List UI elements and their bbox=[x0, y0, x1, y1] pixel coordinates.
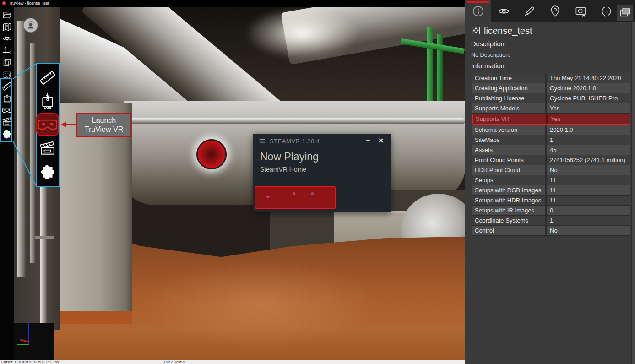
properties-panel: license_test Description No Description.… bbox=[465, 0, 635, 364]
sitemap-icon bbox=[2, 22, 12, 32]
info-icon bbox=[472, 5, 484, 17]
minimize-button[interactable]: – bbox=[366, 136, 370, 144]
info-row-label: Control bbox=[472, 226, 547, 235]
steamvr-window[interactable]: STEAMVR 1.20.4 – ✕ Now Playing SteamVR H… bbox=[253, 134, 391, 212]
info-row: Publishing LicenseCyclone PUBLISHER Pro bbox=[472, 93, 630, 103]
sitemap-title: license_test bbox=[484, 26, 532, 36]
info-row-label: Coordinate Systems bbox=[472, 216, 547, 225]
tab-visibility[interactable] bbox=[491, 0, 516, 22]
info-row-value: Cyclone PUBLISHER Pro bbox=[547, 93, 630, 103]
tab-markup[interactable] bbox=[516, 0, 542, 22]
truview-logo-icon bbox=[2, 1, 6, 5]
scene-column-base bbox=[60, 311, 132, 324]
coordinate-axes-icon bbox=[2, 46, 12, 55]
status-bar: Cursor: X: 0.819 Y: 12.580 Z: 1.169 UCS:… bbox=[0, 360, 465, 364]
launch-truview-vr-button[interactable] bbox=[36, 113, 59, 136]
panels-button[interactable] bbox=[617, 5, 633, 21]
info-row-label: HDR Point Cloud bbox=[472, 165, 547, 175]
panels-icon bbox=[619, 7, 631, 19]
info-row: HDR Point CloudNo bbox=[472, 165, 630, 175]
plugins-button[interactable] bbox=[37, 161, 58, 182]
steamvr-titlebar[interactable]: STEAMVR 1.20.4 bbox=[253, 134, 391, 148]
model-cube-icon bbox=[2, 58, 12, 67]
coordinate-axes-button[interactable] bbox=[1, 44, 13, 56]
panel-scrollbar[interactable] bbox=[631, 22, 635, 364]
info-row-label: Setups with RGB Images bbox=[472, 185, 547, 195]
info-row-label: Setups with HDR Images bbox=[472, 196, 547, 205]
left-toolbar: LGS bbox=[0, 7, 14, 360]
info-row-value: Yes bbox=[548, 114, 630, 124]
info-row: Setups with IR Images0 bbox=[472, 206, 630, 215]
measure-button[interactable] bbox=[37, 67, 58, 88]
scene-shadow-corner bbox=[14, 323, 54, 360]
setup-location-marker[interactable] bbox=[196, 139, 227, 169]
information-table: Creation TimeThu May 21 14:40:22 2020Cre… bbox=[472, 73, 630, 236]
open-project-icon bbox=[2, 10, 12, 20]
launch-truview-vr-icon bbox=[38, 118, 57, 131]
info-row: Supports ModelsYes bbox=[472, 103, 630, 113]
scene-pipe bbox=[17, 21, 26, 277]
info-row: ControlNo bbox=[472, 226, 630, 235]
info-row-label: Creating Application bbox=[472, 83, 547, 93]
info-row-label: Supports VR bbox=[473, 114, 548, 124]
lgs-label: LGS bbox=[37, 105, 58, 109]
info-row-value: 2020.1.0 bbox=[547, 125, 630, 135]
tab-snapshots[interactable] bbox=[568, 0, 593, 22]
info-row: Coordinate Systems1 bbox=[472, 216, 630, 225]
truview-app-window: TruView - license_test LGS bbox=[0, 0, 635, 364]
information-heading: Information bbox=[471, 62, 505, 70]
info-row-value: 0 bbox=[547, 206, 630, 215]
info-row-value: Cyclone 2020.1.0 bbox=[547, 83, 630, 93]
info-row-label: Setups with IR Images bbox=[472, 206, 547, 215]
media-icon bbox=[40, 141, 55, 157]
tab-info[interactable] bbox=[465, 0, 491, 22]
scene-ceiling-light bbox=[245, 7, 359, 60]
visibility-button[interactable] bbox=[1, 33, 13, 44]
steamvr-title: STEAMVR 1.20.4 bbox=[270, 138, 320, 145]
info-row: Creation TimeThu May 21 14:40:22 2020 bbox=[472, 73, 630, 83]
open-project-button[interactable] bbox=[1, 9, 13, 21]
scene-pipe-bracket bbox=[35, 236, 54, 239]
window-titlebar[interactable]: TruView - license_test bbox=[0, 0, 465, 7]
info-row-value: 45 bbox=[547, 145, 630, 155]
media-button[interactable] bbox=[37, 138, 58, 159]
description-text: No Description. bbox=[471, 52, 510, 58]
sitemap-button[interactable] bbox=[1, 21, 13, 33]
tab-geotags[interactable] bbox=[542, 0, 568, 22]
info-row-label: Assets bbox=[472, 145, 547, 155]
info-row-label: Supports Models bbox=[472, 103, 547, 113]
info-row-label: Schema version bbox=[472, 125, 547, 135]
lgs-export-button[interactable]: LGS bbox=[37, 90, 58, 111]
vr-headset-status-icon bbox=[260, 191, 281, 205]
snapshots-icon bbox=[575, 5, 587, 17]
person-rotate-icon bbox=[25, 20, 36, 31]
vr-controller-right-icon bbox=[307, 190, 318, 206]
panorama-viewport[interactable] bbox=[14, 7, 465, 360]
tab-pano-adjust[interactable] bbox=[593, 0, 619, 22]
sidebar-callout-box bbox=[0, 78, 12, 142]
info-row: Assets45 bbox=[472, 145, 630, 155]
info-row: Schema version2020.1.0 bbox=[472, 125, 630, 135]
visibility-icon bbox=[2, 34, 12, 43]
cursor-coordinates: Cursor: X: 0.819 Y: 12.580 Z: 1.169 bbox=[1, 360, 59, 364]
model-cube-button[interactable] bbox=[1, 56, 13, 68]
scene-horizontal-pipe bbox=[126, 118, 465, 124]
menu-icon[interactable] bbox=[258, 137, 266, 145]
info-row: Setups with HDR Images11 bbox=[472, 196, 630, 205]
info-row-value: 11 bbox=[547, 175, 630, 185]
info-row: Supports VRYes bbox=[472, 114, 630, 125]
info-row: Setups with RGB Images11 bbox=[472, 185, 630, 195]
info-row-value: 11 bbox=[547, 185, 630, 195]
info-row-value: 1 bbox=[547, 216, 630, 225]
floating-toolbar: LGS bbox=[36, 63, 60, 187]
info-row-value: 11 bbox=[547, 196, 630, 205]
avatar-view-button[interactable] bbox=[23, 18, 38, 33]
close-button[interactable]: ✕ bbox=[378, 137, 384, 144]
info-row-label: Point Cloud Points bbox=[472, 155, 547, 165]
info-row: SiteMaps1 bbox=[472, 135, 630, 145]
info-row-value: 2741056252 (2741.1 million) bbox=[547, 155, 630, 165]
info-row-value: 1 bbox=[547, 135, 630, 145]
scene-floor-highlight bbox=[142, 261, 380, 348]
now-playing-game: SteamVR Home bbox=[260, 166, 306, 173]
window-title: TruView - license_test bbox=[9, 0, 49, 7]
